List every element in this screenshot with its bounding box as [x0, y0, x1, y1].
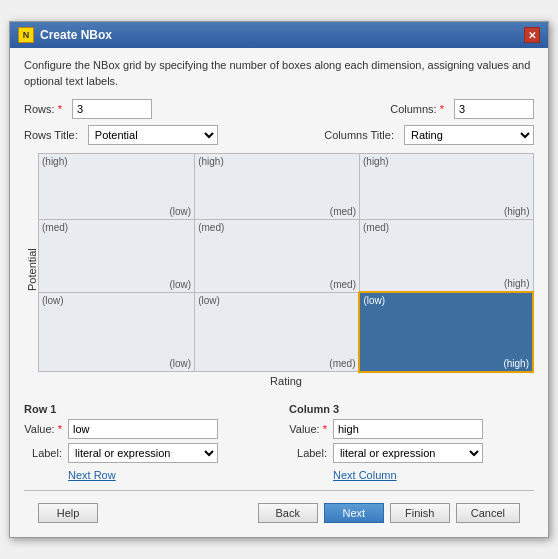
- col3-value-label: Value: *: [289, 423, 327, 435]
- col3-label-row: Label: literal or expression: [289, 443, 534, 463]
- dialog-icon: N: [18, 27, 34, 43]
- grid-table: (high) (low) (high) (med) (high) (high): [38, 153, 534, 373]
- col3-label-select[interactable]: literal or expression: [333, 443, 483, 463]
- grid-row: (med) (low) (med) (med) (med) (high): [39, 220, 534, 293]
- cell-bottomright: (low): [169, 358, 191, 369]
- cell-bottomright: (high): [504, 206, 530, 217]
- cell-topleft: (high): [363, 156, 389, 167]
- titles-row: Rows Title: Potential Columns Title: Rat…: [24, 125, 534, 145]
- cell-bottomright: (high): [503, 358, 529, 369]
- cell-topleft: (high): [42, 156, 68, 167]
- row-col-section: Row 1 Value: * Label: literal or express…: [24, 403, 534, 482]
- rows-title-label: Rows Title:: [24, 129, 78, 141]
- cell-bottomright: (med): [330, 279, 356, 290]
- cell-bottomright: (low): [169, 279, 191, 290]
- grid-container: Potential (high) (low) (high) (med): [24, 153, 534, 387]
- create-nbox-dialog: N Create NBox ✕ Configure the NBox grid …: [9, 21, 549, 538]
- columns-label: Columns: *: [390, 103, 444, 115]
- button-row: Help Back Next Finish Cancel: [24, 499, 534, 531]
- next-button[interactable]: Next: [324, 503, 384, 523]
- row1-label-select[interactable]: literal or expression: [68, 443, 218, 463]
- grid-cell[interactable]: (med) (low): [39, 220, 195, 293]
- row1-title: Row 1: [24, 403, 269, 415]
- cell-bottomright: (low): [169, 206, 191, 217]
- row1-label-row: Label: literal or expression: [24, 443, 269, 463]
- cell-bottomright: (med): [330, 206, 356, 217]
- title-bar-left: N Create NBox: [18, 27, 112, 43]
- rows-input[interactable]: [72, 99, 152, 119]
- col3-label-label: Label:: [289, 447, 327, 459]
- next-column-link[interactable]: Next Column: [333, 469, 397, 481]
- rows-label: Rows: *: [24, 103, 62, 115]
- grid-cell[interactable]: (med) (med): [195, 220, 360, 293]
- cell-topleft: (low): [363, 295, 385, 306]
- next-column-link-container: Next Column: [289, 467, 534, 482]
- row1-value-input[interactable]: [68, 419, 218, 439]
- divider: [24, 490, 534, 491]
- bottom-section: Row 1 Value: * Label: literal or express…: [10, 397, 548, 537]
- dialog-body: Configure the NBox grid by specifying th…: [10, 48, 548, 397]
- grid-cell[interactable]: (high) (med): [195, 153, 360, 219]
- rows-columns-row: Rows: * Columns: *: [24, 99, 534, 119]
- columns-input[interactable]: [454, 99, 534, 119]
- help-button[interactable]: Help: [38, 503, 98, 523]
- col3-value-input[interactable]: [333, 419, 483, 439]
- grid-row: (low) (low) (low) (med) (low) (high): [39, 292, 534, 371]
- cell-topleft: (med): [42, 222, 68, 233]
- row1-value-row: Value: *: [24, 419, 269, 439]
- grid-cell[interactable]: (high) (high): [359, 153, 533, 219]
- row1-group: Row 1 Value: * Label: literal or express…: [24, 403, 269, 482]
- cell-topleft: (low): [42, 295, 64, 306]
- row1-label-label: Label:: [24, 447, 62, 459]
- back-button[interactable]: Back: [258, 503, 318, 523]
- cell-topleft: (med): [198, 222, 224, 233]
- next-row-link-container: Next Row: [24, 467, 269, 482]
- cell-topleft: (med): [363, 222, 389, 233]
- grid-cell[interactable]: (high) (low): [39, 153, 195, 219]
- row1-value-required: *: [58, 423, 62, 435]
- col3-value-required: *: [323, 423, 327, 435]
- columns-required: *: [440, 103, 444, 115]
- col3-title: Column 3: [289, 403, 534, 415]
- col3-value-row: Value: *: [289, 419, 534, 439]
- columns-title-label: Columns Title:: [324, 129, 394, 141]
- grid-cell[interactable]: (low) (low): [39, 292, 195, 371]
- x-axis-label: Rating: [38, 375, 534, 387]
- row1-value-label: Value: *: [24, 423, 62, 435]
- cell-topleft: (high): [198, 156, 224, 167]
- dialog-title: Create NBox: [40, 28, 112, 42]
- cancel-button[interactable]: Cancel: [456, 503, 520, 523]
- next-row-link[interactable]: Next Row: [68, 469, 116, 481]
- cell-bottomright: (high): [504, 278, 530, 289]
- close-button[interactable]: ✕: [524, 27, 540, 43]
- cell-bottomright: (med): [329, 358, 355, 369]
- rows-required: *: [58, 103, 62, 115]
- grid-cell-selected[interactable]: (low) (high): [359, 292, 533, 371]
- grid-row: (high) (low) (high) (med) (high) (high): [39, 153, 534, 219]
- grid-wrap: (high) (low) (high) (med) (high) (high): [38, 153, 534, 387]
- cell-topleft: (low): [198, 295, 220, 306]
- col3-group: Column 3 Value: * Label: literal or expr…: [289, 403, 534, 482]
- right-buttons: Back Next Finish Cancel: [258, 503, 520, 523]
- title-bar: N Create NBox ✕: [10, 22, 548, 48]
- grid-cell[interactable]: (low) (med): [195, 292, 360, 371]
- columns-title-select[interactable]: Rating: [404, 125, 534, 145]
- grid-cell[interactable]: (med) (high): [359, 220, 533, 293]
- description: Configure the NBox grid by specifying th…: [24, 58, 534, 89]
- y-axis-label: Potential: [24, 153, 38, 387]
- finish-button[interactable]: Finish: [390, 503, 450, 523]
- rows-title-select[interactable]: Potential: [88, 125, 218, 145]
